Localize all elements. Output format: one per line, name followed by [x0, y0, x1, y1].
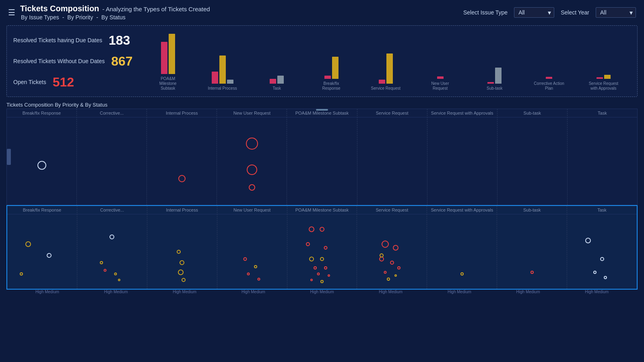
bubble-31 [390, 261, 394, 265]
scroll-handle[interactable] [7, 149, 11, 165]
bubble-col-0: Break/fix Response [7, 206, 77, 289]
bubble-col-body-1 [77, 117, 147, 205]
bubble-col-7: Sub-task [497, 109, 568, 205]
bar-group-1: Internal Process [195, 39, 250, 91]
axis-label-2: High Medium [150, 290, 219, 294]
kpi-label-0: Resolved Tickets having Due Dates [13, 37, 102, 43]
bubble-18 [306, 242, 310, 246]
bubble-col-body-8 [567, 214, 637, 289]
bubble-col-header-6: Service Request with Approvals [427, 206, 497, 214]
axis-label-6: High Medium [425, 290, 494, 294]
bubble-col-header-7: Sub-task [497, 206, 567, 214]
scroll-indicator [316, 109, 328, 111]
bubble-26 [310, 279, 313, 281]
bubble-35 [387, 278, 390, 281]
bar-gray-2 [277, 76, 284, 84]
bar-group-2: Task [250, 39, 304, 91]
bar-label-2: Task [272, 86, 281, 91]
kpi-row-2: Open Tickets 512 [13, 75, 133, 90]
bubble-17 [320, 227, 324, 232]
bubble-col-3: New User Request [217, 206, 287, 289]
bubble-col-body-1 [77, 214, 147, 289]
bar-label-1: Internal Process [208, 86, 237, 91]
bubble-6 [114, 273, 117, 276]
axis-label-5: High Medium [356, 290, 425, 294]
subnav-item-issue-types[interactable]: By Issue Types [21, 14, 59, 21]
bubble-chart-top: Break/fix ResponseCorrective...Internal … [6, 109, 638, 205]
bar-yellow-0 [169, 34, 175, 74]
bars-4 [379, 39, 393, 84]
bar-label-5: New User Request [424, 81, 456, 91]
bubble-4 [100, 261, 103, 264]
bars-8 [597, 35, 611, 79]
bubble-col-header-3: New User Request [217, 206, 287, 214]
bubble-col-header-0: Break/fix Response [7, 109, 76, 117]
issue-type-select[interactable]: All Bug Feature Task [514, 7, 554, 18]
bubble-col-0: Break/fix Response [7, 109, 77, 205]
bubble-25 [328, 274, 330, 277]
kpi-value-0: 183 [109, 33, 130, 48]
filters: Select Issue Type All Bug Feature Task S… [463, 7, 636, 18]
bubble-29 [393, 245, 398, 251]
bar-red-3 [324, 76, 331, 79]
bubble-9 [180, 260, 184, 265]
kpi-label-1: Resolved Tickets Without Due Dates [13, 58, 105, 64]
bubble-39 [585, 238, 591, 243]
bar-label-0: POA&M Milestone Subtask [152, 76, 184, 91]
bubble-10 [178, 269, 184, 275]
hamburger-icon[interactable]: ☰ [8, 8, 15, 17]
kpi-row-0: Resolved Tickets having Due Dates 183 [13, 33, 133, 48]
bars-2 [270, 39, 284, 84]
bar-label-7: Corrective Action Plan [533, 81, 565, 91]
bubble-20 [309, 257, 314, 261]
bar-label-8: Service Request with Approvals [587, 81, 619, 91]
kpi-value-1: 867 [111, 54, 132, 69]
bubble-8 [177, 250, 181, 254]
bubble-col-header-0: Break/fix Response [7, 206, 77, 214]
bubble-41 [593, 271, 597, 274]
bubble-col-body-0 [7, 117, 76, 205]
bubble-34 [394, 274, 397, 277]
bar-red-7 [546, 77, 552, 79]
bubble-chart-bottom[interactable]: Break/fix ResponseCorrective...Internal … [6, 205, 638, 290]
bubble-24 [317, 273, 320, 276]
year-select-wrapper[interactable]: All 2021 2022 2023 [596, 7, 636, 18]
kpi-stats: Resolved Tickets having Due Dates 183 Re… [13, 30, 141, 93]
axis-label-4: High Medium [288, 290, 357, 294]
year-select[interactable]: All 2021 2022 2023 [596, 7, 636, 18]
bubble-42 [604, 276, 607, 279]
bubble-col-header-8: Task [568, 109, 637, 117]
bubble-col-body-3 [217, 117, 287, 205]
bubble-col-header-1: Corrective... [77, 206, 147, 214]
bubble-col-header-1: Corrective... [77, 109, 147, 117]
kpi-label-2: Open Tickets [13, 79, 46, 85]
bar-group-3: Break/fix Response [304, 35, 358, 91]
bars-7 [546, 35, 552, 79]
bubble-2 [247, 165, 257, 175]
bubble-28 [382, 241, 389, 248]
bubble-col-5: Service Request [357, 206, 427, 289]
bubble-col-6: Service Request with Approvals [427, 109, 497, 205]
issue-type-select-wrapper[interactable]: All Bug Feature Task [514, 7, 554, 18]
kpi-value-2: 512 [53, 75, 74, 90]
bars-1 [212, 39, 233, 84]
bubble-col-7: Sub-task [497, 206, 567, 289]
bubble-col-1: Corrective... [77, 206, 147, 289]
bubble-13 [254, 265, 257, 268]
bubble-col-body-7 [497, 214, 567, 289]
bubble-1 [47, 253, 52, 258]
bubble-col-header-2: Internal Process [147, 206, 217, 214]
bubble-col-header-7: Sub-task [497, 109, 567, 117]
kpi-panel: Resolved Tickets having Due Dates 183 Re… [6, 25, 638, 97]
bubble-11 [182, 278, 186, 282]
bar-gray-1 [227, 80, 233, 84]
bubble-col-header-4: POA&M Milestone Subtask [287, 206, 357, 214]
bubble-col-body-4 [287, 214, 357, 289]
bubble-col-body-3 [217, 214, 287, 289]
bubble-36 [380, 253, 384, 257]
bubble-23 [324, 266, 327, 269]
subnav-item-priority[interactable]: By Priority [67, 14, 93, 21]
axis-label-7: High Medium [494, 290, 563, 294]
subnav-item-status[interactable]: By Status [101, 14, 126, 21]
bubble-col-body-2 [147, 214, 217, 289]
